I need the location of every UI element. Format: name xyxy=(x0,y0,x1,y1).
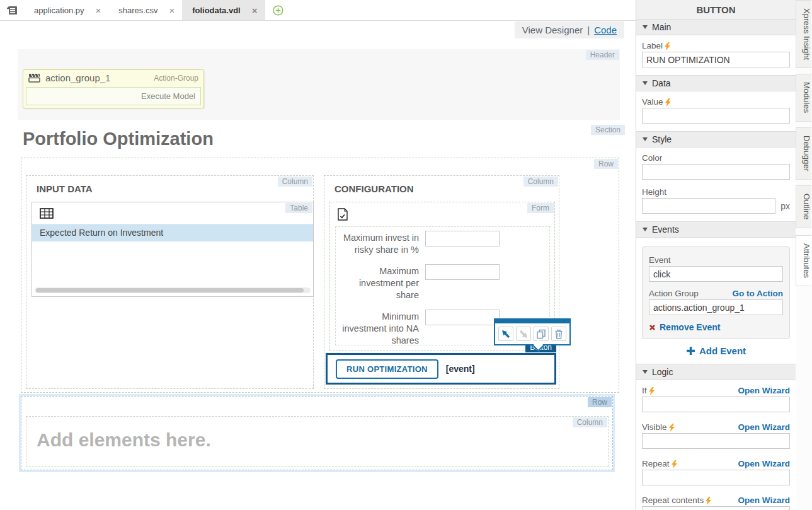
tab-list-icon[interactable] xyxy=(0,0,24,20)
trash-icon xyxy=(554,329,563,339)
remove-event-button[interactable]: Remove Event xyxy=(649,322,783,332)
tab-label: shares.csv xyxy=(118,6,157,15)
tab-application-py[interactable]: application.py × xyxy=(24,0,108,20)
color-input[interactable] xyxy=(642,164,790,180)
label-field-label: Label xyxy=(642,41,663,50)
bolt-icon[interactable] xyxy=(671,460,678,468)
section-header-events[interactable]: Events xyxy=(636,221,796,238)
red-x-icon xyxy=(649,324,656,331)
bolt-icon[interactable] xyxy=(665,98,672,107)
value-input[interactable] xyxy=(642,108,790,124)
repeat-contents-input[interactable] xyxy=(642,506,790,510)
vdl-header-region: Header action_group_1 Action-Group Execu… xyxy=(18,49,620,120)
tab-shares-csv[interactable]: shares.csv × xyxy=(108,0,182,20)
section-header-main[interactable]: Main xyxy=(636,19,796,35)
open-wizard-link[interactable]: Open Wizard xyxy=(738,496,790,505)
close-icon[interactable]: × xyxy=(169,6,174,15)
chevron-down-icon xyxy=(643,228,648,231)
label-input[interactable] xyxy=(642,52,790,67)
table-row[interactable]: Expected Return on Investment xyxy=(32,224,313,241)
tab-label: foliodata.vdl xyxy=(192,6,241,15)
new-tab-button[interactable] xyxy=(265,0,291,20)
column-badge: Column xyxy=(523,177,558,187)
code-link[interactable]: Code xyxy=(594,25,617,35)
section-header-logic[interactable]: Logic xyxy=(636,364,796,380)
tab-label: application.py xyxy=(34,6,84,15)
action-group-field-label: Action Group xyxy=(649,287,699,298)
arrow-down-right-icon xyxy=(518,329,529,339)
toggle-separator: | xyxy=(587,25,590,35)
open-wizard-link[interactable]: Open Wizard xyxy=(738,422,790,432)
arrow-up-left-icon xyxy=(501,329,511,339)
editor-tabbar: application.py × shares.csv × foliodata.… xyxy=(0,0,636,21)
run-optimization-button[interactable]: RUN OPTIMIZATION xyxy=(336,359,438,379)
button-widget-selected[interactable]: Button RUN OPTIMIZATION [event] xyxy=(326,353,556,385)
side-tab-attributes[interactable]: Attributes xyxy=(796,235,811,286)
side-tab-outline[interactable]: Outline xyxy=(796,185,811,228)
table-widget[interactable]: Table Expected Return on Investment xyxy=(31,202,314,297)
form-field-row: Maximum invest in risky share in % xyxy=(336,231,549,256)
bolt-icon[interactable] xyxy=(664,42,671,50)
if-input[interactable] xyxy=(642,397,790,412)
logic-row-repeat-contents: Repeat contents Open Wizard xyxy=(642,494,790,510)
select-child-button[interactable] xyxy=(516,327,531,341)
view-designer-label[interactable]: View Designer xyxy=(522,25,583,35)
attributes-panel: BUTTON Main Label Data Value Style Color… xyxy=(636,0,796,510)
column-input-data[interactable]: Column INPUT DATA Table Expected Return … xyxy=(26,175,314,389)
copy-button[interactable] xyxy=(534,327,549,341)
event-card: Event Action Group Go to Action Remove E… xyxy=(642,246,790,339)
tab-foliodata-vdl[interactable]: foliodata.vdl × xyxy=(182,0,265,20)
action-group-widget[interactable]: action_group_1 Action-Group Execute Mode… xyxy=(23,69,204,108)
horizontal-scrollbar[interactable] xyxy=(35,287,311,293)
add-event-button[interactable]: Add Event xyxy=(642,345,790,356)
open-wizard-link[interactable]: Open Wizard xyxy=(738,459,790,468)
color-field-label: Color xyxy=(642,153,662,163)
form-badge: Form xyxy=(527,203,554,213)
panel-title: BUTTON xyxy=(636,0,796,19)
event-input[interactable] xyxy=(649,266,783,282)
select-parent-button[interactable] xyxy=(498,327,513,341)
visible-field-label: Visible xyxy=(642,422,667,432)
delete-button[interactable] xyxy=(551,327,566,341)
bolt-icon[interactable] xyxy=(705,497,712,505)
event-annotation: [event] xyxy=(446,364,475,374)
action-group-body[interactable]: Execute Model xyxy=(26,87,201,105)
logic-row-visible: Visible Open Wizard xyxy=(642,420,790,449)
logic-row-repeat: Repeat Open Wizard xyxy=(642,457,790,485)
height-input[interactable] xyxy=(642,198,775,214)
column-configuration[interactable]: Column CONFIGURATION Form Maximum invest… xyxy=(324,175,559,389)
repeat-contents-field-label: Repeat contents xyxy=(642,496,704,505)
column-badge: Column xyxy=(573,417,607,427)
side-tab-xpress-insight[interactable]: Xpress Insight xyxy=(796,0,811,68)
side-tab-modules[interactable]: Modules xyxy=(796,74,811,121)
open-wizard-link[interactable]: Open Wizard xyxy=(738,386,790,395)
repeat-field-label: Repeat xyxy=(642,459,670,468)
repeat-input[interactable] xyxy=(642,470,790,485)
close-icon[interactable]: × xyxy=(252,6,258,15)
bolt-icon[interactable] xyxy=(648,387,655,395)
empty-row-container[interactable]: Row Column Add elements here. xyxy=(21,396,613,470)
height-field-label: Height xyxy=(642,187,666,197)
if-field-label: If xyxy=(642,386,647,395)
copy-icon xyxy=(536,329,546,339)
scrollbar-thumb[interactable] xyxy=(36,288,304,293)
header-badge: Header xyxy=(586,50,619,60)
section-header-style[interactable]: Style xyxy=(636,131,796,148)
close-icon[interactable]: × xyxy=(96,6,101,15)
row-container[interactable]: Row Column INPUT DATA Table Expected Ret… xyxy=(21,158,619,393)
field-input-max-risky[interactable] xyxy=(425,231,500,246)
chevron-down-icon xyxy=(643,25,648,29)
visible-input[interactable] xyxy=(642,433,790,449)
field-input-min-na[interactable] xyxy=(425,310,500,325)
action-group-input[interactable] xyxy=(649,299,783,315)
field-input-max-per-share[interactable] xyxy=(425,264,500,280)
bolt-icon[interactable] xyxy=(668,424,675,432)
go-to-action-link[interactable]: Go to Action xyxy=(733,289,784,298)
table-badge: Table xyxy=(285,203,312,213)
section-badge: Section xyxy=(591,125,625,135)
field-label: Maximum invest in risky share in % xyxy=(336,231,419,256)
side-tab-debugger[interactable]: Debugger xyxy=(796,127,811,180)
section-header-data[interactable]: Data xyxy=(636,75,796,91)
chevron-down-icon xyxy=(643,370,648,374)
empty-column-dropzone[interactable]: Column Add elements here. xyxy=(26,416,609,467)
